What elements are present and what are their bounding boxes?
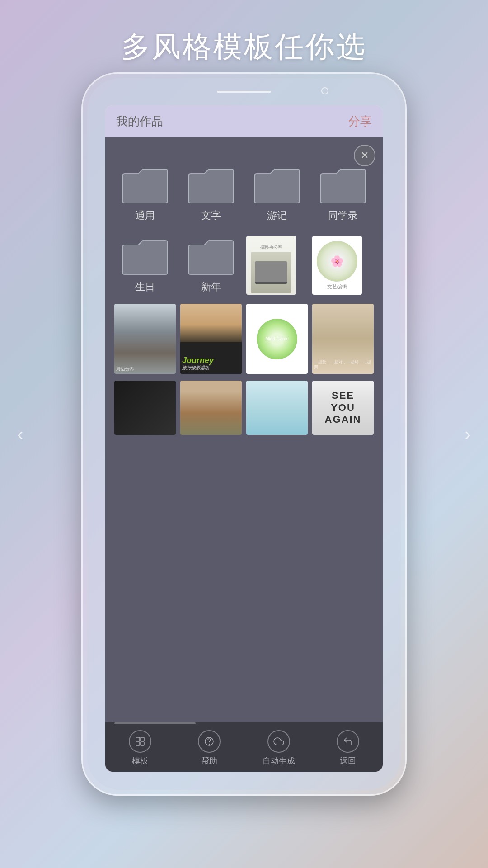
help-icon [198,730,221,753]
folder-tongyong[interactable]: 通用 [114,165,176,222]
folder-label-shengri: 生日 [135,280,155,294]
nav-help-label: 帮助 [201,755,217,766]
folder-wenzi[interactable]: 文字 [180,165,242,222]
folder-icon-youji [252,165,302,205]
close-button[interactable]: ✕ [354,145,375,166]
journey-text: Journey旅行摄影排版 [182,356,240,370]
photo-pool[interactable] [246,381,308,435]
nav-auto-generate[interactable]: 自动生成 [244,730,314,766]
nav-template[interactable]: 模板 [105,730,175,766]
thumb-laptop-header: 招聘-办公室 [259,243,283,252]
thumb-flowers-label: 文艺编辑 [327,283,347,290]
nav-arrow-left[interactable]: ‹ [9,416,32,452]
photo-row-4: SEEYOUAGAIN [105,378,383,439]
app-screen: 我的作品 分享 ✕ 通用 [105,105,383,772]
folder-youji[interactable]: 游记 [246,165,308,222]
thumb-laptop[interactable]: 招聘-办公室 [246,236,296,295]
nav-arrow-right[interactable]: › [456,416,479,452]
folder-label-wenzi: 文字 [201,209,221,222]
folder-shengri[interactable]: 生日 [114,236,176,294]
phone-inner: 我的作品 分享 ✕ 通用 [87,78,401,790]
folder-xinnian[interactable]: 新年 [180,236,242,294]
photo-cliff[interactable]: 海边分界 [114,304,176,374]
folder-tongxuelu[interactable]: 同学录 [312,165,374,222]
svg-rect-2 [136,742,140,745]
folder-label-tongxuelu: 同学录 [328,209,358,222]
svg-rect-3 [141,742,144,745]
folder-label-youji: 游记 [267,209,287,222]
thumb-flowers[interactable]: 🌸 文艺编辑 [312,236,362,295]
photo-woman[interactable] [180,381,242,435]
scroll-indicator [105,722,383,725]
phone-shell: 我的作品 分享 ✕ 通用 [81,72,407,796]
nav-template-label: 模板 [132,755,148,766]
photo-cliff-label: 海边分界 [116,366,134,372]
photo-circle[interactable]: Mind Game [246,304,308,374]
svg-rect-1 [141,737,144,741]
app-header: 我的作品 分享 [105,105,383,137]
app-bottom-nav: 模板 帮助 [105,725,383,772]
circle-inner: Mind Game [254,316,300,362]
folder-icon-shengri [120,236,170,277]
folder-icon-xinnian [186,236,236,277]
cloud-icon [267,730,290,753]
photo-see[interactable]: SEEYOUAGAIN [312,381,374,435]
nav-help[interactable]: 帮助 [175,730,244,766]
folder-icon-tongyong [120,165,170,205]
folder-label-tongyong: 通用 [135,209,155,222]
phone-top-bar [217,91,271,93]
nav-auto-label: 自动生成 [263,755,295,766]
photo-box[interactable]: 一起爱，一起对，一起错，一起哭 [312,304,374,374]
see-you-again-text: SEEYOUAGAIN [325,390,361,425]
folder-icon-tongxuelu [318,165,368,205]
flower-circle: 🌸 [317,241,357,282]
second-row: 生日 新年 招聘-办公室 [105,231,383,299]
folder-icon-wenzi [186,165,236,205]
thumb-laptop-image [251,252,291,293]
back-icon [337,730,359,753]
nav-back[interactable]: 返回 [314,730,383,766]
journey-subtext: 旅行摄影排版 [182,365,240,370]
svg-rect-0 [136,737,140,741]
share-button[interactable]: 分享 [348,113,372,129]
nav-back-label: 返回 [340,755,356,766]
folder-row-1: 通用 文字 [105,137,383,231]
folder-label-xinnian: 新年 [201,280,221,294]
photo-dark[interactable] [114,381,176,435]
scroll-bar [114,722,196,724]
app-header-title: 我的作品 [116,113,163,129]
app-content: ✕ 通用 [105,137,383,722]
content-bottom [105,439,383,476]
photo-box-text: 一起爱，一起对，一起错，一起哭 [314,360,372,370]
phone-camera [321,87,328,94]
photo-girl[interactable]: Journey旅行摄影排版 [180,304,242,374]
svg-point-5 [209,744,210,745]
template-icon [129,730,151,753]
photo-row-3: 海边分界 Journey旅行摄影排版 Mind Game [105,299,383,378]
page-title: 多风格模板任你选 [0,27,488,66]
